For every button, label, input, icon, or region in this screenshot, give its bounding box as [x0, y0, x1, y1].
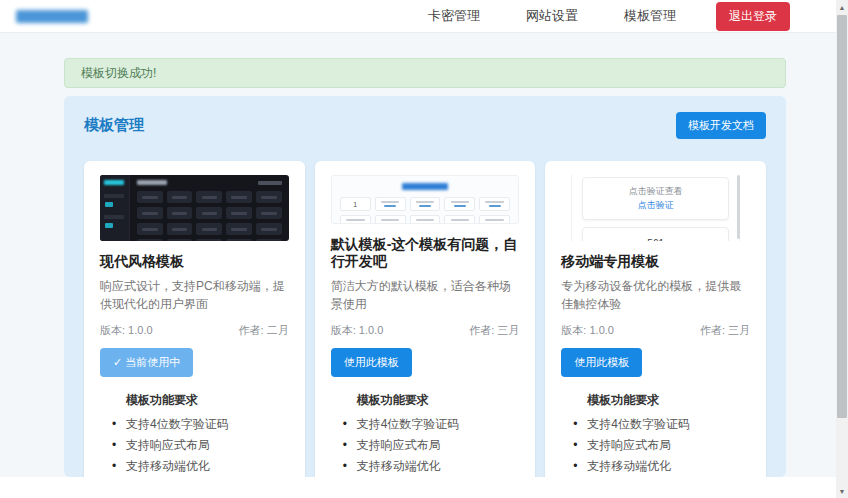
template-docs-button[interactable]: 模板开发文档 — [676, 112, 766, 139]
preview-logo — [104, 180, 124, 185]
template-description: 专为移动设备优化的模板，提供最佳触控体验 — [561, 277, 750, 314]
preview-grid-cell — [256, 223, 282, 235]
preview-grid-cell — [340, 215, 371, 224]
template-description: 简洁大方的默认模板，适合各种场景使用 — [331, 277, 520, 314]
current-template-button[interactable]: ✓ 当前使用中 — [100, 348, 193, 377]
preview-grid-cell — [196, 207, 222, 219]
preview-grid-cell — [444, 215, 475, 224]
success-alert: 模板切换成功! — [64, 58, 786, 88]
preview-grid-cell — [479, 215, 510, 224]
preview-grid-cell — [375, 215, 406, 224]
feature-item: 支持响应式布局 — [331, 435, 520, 456]
preview-grid-cell — [410, 215, 441, 224]
template-preview-image: 点击验证查看 点击验证 561 点击验证查看 — [561, 175, 750, 241]
preview-grid-cell — [226, 191, 252, 203]
main-content: 模板切换成功! 模板管理 模板开发文档 — [0, 33, 848, 477]
preview-grid-cell — [256, 191, 282, 203]
preview-grid-cell — [479, 197, 510, 211]
template-features: 模板功能要求 支持4位数字验证码 支持响应式布局 支持移动端优化 — [100, 392, 289, 477]
feature-item: 支持4位数字验证码 — [331, 414, 520, 435]
preview-grid-cell — [256, 207, 282, 219]
page-title: 模板管理 — [84, 116, 144, 135]
scroll-up-icon[interactable]: ▲ — [836, 0, 848, 14]
template-title: 现代风格模板 — [100, 253, 289, 271]
features-title: 模板功能要求 — [126, 392, 289, 409]
template-version: 版本: 1.0.0 — [561, 323, 614, 338]
preview-sidebar — [100, 175, 130, 241]
preview-verify-label: 点击验证查看 — [587, 184, 724, 198]
preview-grid-cell — [196, 239, 222, 241]
preview-grid-cell — [226, 223, 252, 235]
template-author: 作者: 三月 — [469, 323, 519, 338]
feature-item: 支持响应式布局 — [100, 435, 289, 456]
feature-item: 支持移动端优化 — [331, 456, 520, 477]
template-preview-image — [100, 175, 289, 241]
feature-item: 支持移动端优化 — [561, 456, 750, 477]
preview-grid-cell — [410, 197, 441, 211]
page: 卡密管理 网站设置 模板管理 退出登录 模板切换成功! 模板管理 模板开发文档 — [0, 0, 848, 498]
template-author: 作者: 二月 — [239, 323, 289, 338]
preview-grid-cell — [137, 207, 163, 219]
template-card-modern: 现代风格模板 响应式设计，支持PC和移动端，提供现代化的用户界面 版本: 1.0… — [84, 161, 305, 477]
preview-grid-cell — [137, 223, 163, 235]
features-title: 模板功能要求 — [587, 392, 750, 409]
nav-item-site-settings[interactable]: 网站设置 — [526, 7, 578, 25]
preview-grid-cell — [196, 191, 222, 203]
preview-grid-cell — [137, 239, 163, 241]
scrollbar-thumb[interactable] — [837, 15, 847, 418]
template-title: 默认模板-这个模板有问题，自行开发吧 — [331, 236, 520, 271]
light-preview-grid: 1 — [340, 197, 511, 224]
template-cards: 现代风格模板 响应式设计，支持PC和移动端，提供现代化的用户界面 版本: 1.0… — [84, 161, 766, 477]
features-title: 模板功能要求 — [357, 392, 520, 409]
template-version: 版本: 1.0.0 — [331, 323, 384, 338]
template-card-mobile: 点击验证查看 点击验证 561 点击验证查看 移动端专用 — [545, 161, 766, 477]
preview-verify-link: 点击验证 — [587, 198, 724, 212]
template-version: 版本: 1.0.0 — [100, 323, 153, 338]
dark-preview-grid — [137, 191, 282, 241]
preview-grid-cell: 1 — [340, 197, 371, 211]
template-preview-image: 1 — [331, 175, 520, 224]
template-management-panel: 模板管理 模板开发文档 — [64, 96, 786, 477]
preview-title — [402, 183, 448, 190]
use-template-button[interactable]: 使用此模板 — [331, 348, 412, 377]
template-description: 响应式设计，支持PC和移动端，提供现代化的用户界面 — [100, 277, 289, 314]
preview-code-value: 561 — [587, 234, 724, 242]
template-meta: 版本: 1.0.0 作者: 二月 — [100, 323, 289, 338]
app-logo — [16, 10, 88, 23]
preview-grid-cell — [167, 223, 193, 235]
preview-grid-cell — [167, 239, 193, 241]
template-author: 作者: 三月 — [700, 323, 750, 338]
preview-grid-cell — [137, 191, 163, 203]
template-features: 模板功能要求 支持4位数字验证码 支持响应式布局 支持移动端优化 — [331, 392, 520, 477]
nav-item-card-management[interactable]: 卡密管理 — [428, 7, 480, 25]
preview-grid-cell — [196, 223, 222, 235]
template-title: 移动端专用模板 — [561, 253, 750, 271]
navbar: 卡密管理 网站设置 模板管理 退出登录 — [0, 0, 848, 33]
template-meta: 版本: 1.0.0 作者: 三月 — [331, 323, 520, 338]
scrollbar[interactable]: ▲ ▼ — [836, 0, 848, 498]
preview-grid-cell — [375, 197, 406, 211]
preview-grid-cell — [226, 239, 252, 241]
preview-grid-cell — [226, 207, 252, 219]
nav-item-template-management[interactable]: 模板管理 — [624, 7, 676, 25]
use-template-button[interactable]: 使用此模板 — [561, 348, 642, 377]
preview-grid-cell — [167, 207, 193, 219]
logout-button[interactable]: 退出登录 — [716, 2, 790, 31]
preview-grid-cell — [256, 239, 282, 241]
feature-item: 支持响应式布局 — [561, 435, 750, 456]
feature-item: 支持移动端优化 — [100, 456, 289, 477]
preview-grid-cell — [444, 197, 475, 211]
preview-scrollbar — [737, 175, 740, 239]
panel-header: 模板管理 模板开发文档 — [84, 112, 766, 139]
template-features: 模板功能要求 支持4位数字验证码 支持响应式布局 支持移动端优化 — [561, 392, 750, 477]
nav-menu: 卡密管理 网站设置 模板管理 退出登录 — [382, 2, 790, 31]
preview-grid-cell — [167, 191, 193, 203]
scroll-down-icon[interactable]: ▼ — [836, 484, 848, 498]
feature-item: 支持4位数字验证码 — [561, 414, 750, 435]
template-meta: 版本: 1.0.0 作者: 三月 — [561, 323, 750, 338]
feature-item: 支持4位数字验证码 — [100, 414, 289, 435]
template-card-default: 1 默认模板-这个模板有问题，自行开发吧 简洁大方的默认模板，适合各种场景使用 … — [315, 161, 536, 477]
